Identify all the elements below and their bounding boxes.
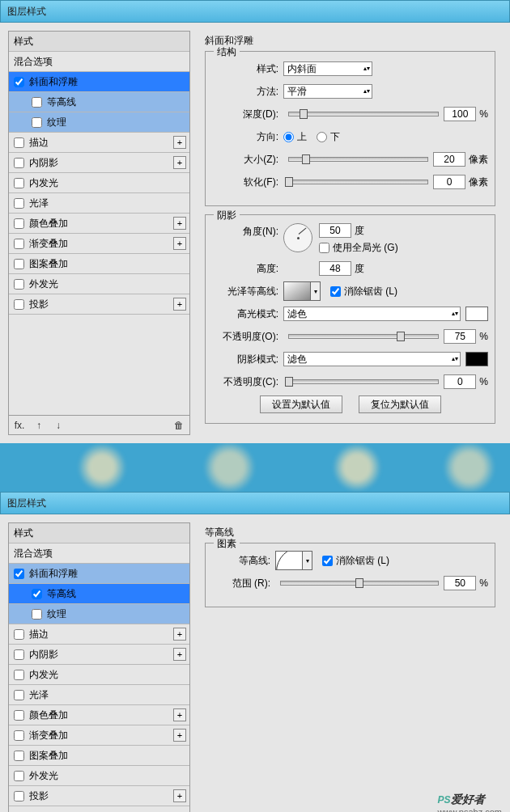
- checkbox-contour-2[interactable]: [32, 589, 42, 599]
- select-shadow-mode[interactable]: 滤色▴▾: [283, 352, 461, 366]
- label-angle: 角度(N):: [212, 223, 283, 239]
- sidebar-item-inner-shadow-2[interactable]: 内阴影 +: [9, 645, 189, 665]
- sidebar-item-outer-glow-2[interactable]: 外发光: [9, 766, 189, 786]
- checkbox-drop-shadow[interactable]: [14, 299, 24, 310]
- sidebar-item-bevel-2[interactable]: 斜面和浮雕: [9, 564, 189, 584]
- input-range[interactable]: [444, 576, 476, 590]
- sidebar-blend-options[interactable]: 混合选项: [9, 52, 189, 72]
- sidebar-item-bevel[interactable]: 斜面和浮雕: [9, 72, 189, 92]
- add-drop-shadow-button-2[interactable]: +: [173, 789, 186, 802]
- checkbox-inner-shadow[interactable]: [14, 158, 24, 168]
- checkbox-inner-glow[interactable]: [14, 178, 24, 188]
- sidebar-item-contour-2[interactable]: 等高线: [9, 584, 189, 604]
- sidebar-item-drop-shadow[interactable]: 投影 +: [9, 294, 189, 315]
- checkbox-antialias-gloss[interactable]: 消除锯齿 (L): [330, 285, 397, 298]
- fieldset-structure: 结构 样式: 内斜面▴▾ 方法: 平滑▴▾ 深度(D): % 方向: 上 下: [205, 51, 495, 206]
- fx-menu-icon[interactable]: fx.: [12, 418, 27, 433]
- add-inner-shadow-button-2[interactable]: +: [173, 648, 186, 661]
- checkbox-outer-glow-2[interactable]: [14, 771, 24, 781]
- radio-up[interactable]: 上: [283, 130, 307, 144]
- checkbox-stroke-2[interactable]: [14, 629, 24, 640]
- sidebar-item-color-overlay-2[interactable]: 颜色叠加 +: [9, 705, 189, 725]
- checkbox-gradient-overlay[interactable]: [14, 239, 24, 249]
- sidebar-item-texture-2[interactable]: 纹理: [9, 604, 189, 624]
- move-up-icon[interactable]: ↑: [32, 418, 46, 433]
- watermark-url: www.psahz.com: [438, 807, 502, 812]
- checkbox-satin[interactable]: [14, 198, 24, 209]
- input-shadow-opacity[interactable]: [444, 374, 476, 389]
- checkbox-texture-2[interactable]: [32, 609, 42, 620]
- sidebar-item-color-overlay[interactable]: 颜色叠加 +: [9, 214, 189, 234]
- gloss-contour-dropdown[interactable]: ▾: [311, 281, 321, 301]
- slider-depth[interactable]: [288, 112, 439, 116]
- slider-shadow-opacity[interactable]: [288, 379, 439, 384]
- add-inner-shadow-button[interactable]: +: [173, 156, 186, 169]
- sidebar-item-stroke-2[interactable]: 描边 +: [9, 624, 189, 645]
- slider-highlight-opacity[interactable]: [288, 334, 439, 339]
- highlight-color-swatch[interactable]: [465, 307, 488, 321]
- add-drop-shadow-button[interactable]: +: [173, 298, 186, 311]
- checkbox-gradient-overlay-2[interactable]: [14, 730, 24, 741]
- radio-down[interactable]: 下: [317, 130, 340, 144]
- checkbox-stroke[interactable]: [14, 137, 24, 148]
- sidebar-blend-options-2[interactable]: 混合选项: [9, 543, 189, 564]
- slider-soften[interactable]: [288, 180, 428, 184]
- gloss-contour-swatch[interactable]: [283, 281, 311, 301]
- sidebar-item-drop-shadow-2[interactable]: 投影 +: [9, 786, 189, 806]
- checkbox-bevel-2[interactable]: [14, 569, 24, 579]
- checkbox-satin-2[interactable]: [14, 690, 24, 700]
- contour-swatch[interactable]: [275, 551, 303, 570]
- input-highlight-opacity[interactable]: [444, 329, 476, 344]
- checkbox-color-overlay-2[interactable]: [14, 710, 24, 721]
- add-gradient-overlay-button-2[interactable]: +: [173, 729, 186, 742]
- select-technique[interactable]: 平滑▴▾: [283, 84, 372, 99]
- reset-default-button[interactable]: 复位为默认值: [359, 395, 441, 413]
- checkbox-antialias-contour[interactable]: 消除锯齿 (L): [322, 554, 389, 568]
- add-gradient-overlay-button[interactable]: +: [173, 237, 186, 250]
- input-altitude[interactable]: [319, 261, 351, 276]
- checkbox-contour[interactable]: [32, 97, 42, 108]
- add-stroke-button[interactable]: +: [173, 136, 186, 149]
- checkbox-inner-glow-2[interactable]: [14, 670, 24, 680]
- sidebar-item-texture[interactable]: 纹理: [9, 112, 189, 133]
- input-soften[interactable]: [433, 175, 465, 189]
- sidebar-item-inner-glow[interactable]: 内发光: [9, 173, 189, 193]
- select-style[interactable]: 内斜面▴▾: [283, 61, 372, 76]
- titlebar-2: 图层样式: [0, 492, 510, 514]
- slider-range[interactable]: [280, 581, 439, 586]
- checkbox-bevel[interactable]: [14, 77, 24, 87]
- sidebar-item-outer-glow[interactable]: 外发光: [9, 274, 189, 294]
- input-angle[interactable]: [319, 223, 351, 238]
- sidebar-item-gradient-overlay-2[interactable]: 渐变叠加 +: [9, 725, 189, 746]
- contour-dropdown[interactable]: ▾: [303, 551, 312, 570]
- sidebar-item-stroke[interactable]: 描边 +: [9, 133, 189, 153]
- set-default-button[interactable]: 设置为默认值: [260, 395, 342, 413]
- angle-dial[interactable]: [283, 223, 312, 252]
- add-color-overlay-button[interactable]: +: [173, 217, 186, 230]
- checkbox-global-light[interactable]: 使用全局光 (G): [319, 241, 398, 255]
- sidebar-item-pattern-overlay[interactable]: 图案叠加: [9, 254, 189, 274]
- checkbox-drop-shadow-2[interactable]: [14, 791, 24, 801]
- checkbox-color-overlay[interactable]: [14, 218, 24, 229]
- sidebar-item-satin[interactable]: 光泽: [9, 193, 189, 214]
- sidebar-item-satin-2[interactable]: 光泽: [9, 685, 189, 705]
- move-down-icon[interactable]: ↓: [51, 418, 66, 433]
- input-depth[interactable]: [444, 107, 476, 121]
- input-size[interactable]: [433, 152, 465, 167]
- select-highlight-mode[interactable]: 滤色▴▾: [283, 307, 461, 321]
- checkbox-outer-glow[interactable]: [14, 279, 24, 290]
- checkbox-texture[interactable]: [32, 117, 42, 128]
- checkbox-pattern-overlay-2[interactable]: [14, 751, 24, 761]
- sidebar-item-inner-shadow[interactable]: 内阴影 +: [9, 153, 189, 173]
- sidebar-item-inner-glow-2[interactable]: 内发光: [9, 665, 189, 685]
- slider-size[interactable]: [288, 157, 428, 162]
- checkbox-inner-shadow-2[interactable]: [14, 649, 24, 660]
- shadow-color-swatch[interactable]: [465, 352, 488, 366]
- add-stroke-button-2[interactable]: +: [173, 628, 186, 641]
- trash-icon[interactable]: 🗑: [172, 418, 186, 433]
- add-color-overlay-button-2[interactable]: +: [173, 708, 186, 721]
- checkbox-pattern-overlay[interactable]: [14, 259, 24, 269]
- sidebar-item-pattern-overlay-2[interactable]: 图案叠加: [9, 746, 189, 766]
- sidebar-item-contour[interactable]: 等高线: [9, 92, 189, 112]
- sidebar-item-gradient-overlay[interactable]: 渐变叠加 +: [9, 234, 189, 254]
